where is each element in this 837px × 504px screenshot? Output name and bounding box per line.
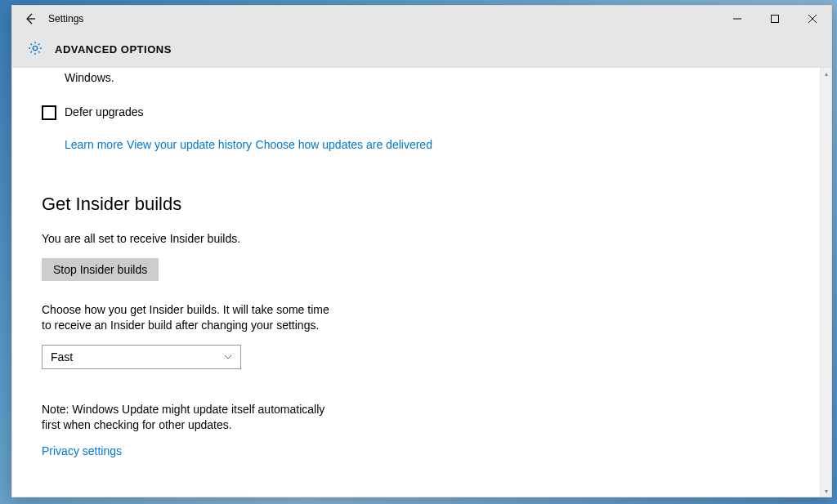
privacy-settings-link[interactable]: Privacy settings bbox=[42, 444, 122, 457]
content-area: Windows. Defer upgrades Learn more View … bbox=[12, 68, 831, 497]
minimize-icon bbox=[733, 15, 741, 23]
insider-ring-value: Fast bbox=[51, 350, 73, 364]
scroll-down-icon: ▾ bbox=[821, 485, 831, 497]
insider-status-text: You are all set to receive Insider build… bbox=[42, 231, 336, 247]
back-button[interactable] bbox=[12, 6, 48, 32]
window-controls bbox=[718, 6, 831, 32]
maximize-button[interactable] bbox=[756, 6, 794, 32]
truncated-paragraph-tail: Windows. bbox=[65, 71, 790, 84]
insider-choose-text: Choose how you get Insider builds. It wi… bbox=[42, 302, 336, 333]
app-title: Settings bbox=[48, 13, 83, 25]
titlebar: Settings bbox=[12, 6, 831, 32]
defer-upgrades-row: Defer upgrades bbox=[42, 105, 790, 120]
arrow-left-icon bbox=[24, 12, 37, 25]
page-title: ADVANCED OPTIONS bbox=[55, 43, 172, 56]
svg-point-1 bbox=[33, 46, 37, 50]
delivery-options-link[interactable]: Choose how updates are delivered bbox=[256, 138, 432, 151]
close-button[interactable] bbox=[794, 6, 831, 32]
chevron-down-icon bbox=[224, 353, 232, 361]
page-header: ADVANCED OPTIONS bbox=[12, 32, 831, 68]
maximize-icon bbox=[771, 15, 779, 23]
update-history-link[interactable]: View your update history bbox=[127, 138, 252, 151]
settings-window: Settings ADVANCED OPTIONS Windows. Defer… bbox=[11, 5, 832, 497]
main-content: Windows. Defer upgrades Learn more View … bbox=[12, 68, 820, 497]
stop-insider-button[interactable]: Stop Insider builds bbox=[42, 258, 159, 281]
vertical-scrollbar[interactable]: ▴ ▾ bbox=[820, 68, 831, 497]
defer-upgrades-checkbox[interactable] bbox=[42, 105, 56, 120]
minimize-button[interactable] bbox=[718, 6, 756, 32]
defer-upgrades-label: Defer upgrades bbox=[65, 105, 144, 118]
scroll-up-icon: ▴ bbox=[821, 68, 831, 79]
insider-note-text: Note: Windows Update might update itself… bbox=[42, 402, 336, 433]
gear-icon bbox=[27, 40, 43, 60]
insider-heading: Get Insider builds bbox=[42, 194, 790, 215]
svg-rect-0 bbox=[772, 16, 779, 23]
close-icon bbox=[808, 15, 817, 23]
learn-more-link[interactable]: Learn more bbox=[65, 138, 123, 151]
insider-ring-select[interactable]: Fast bbox=[42, 345, 241, 369]
